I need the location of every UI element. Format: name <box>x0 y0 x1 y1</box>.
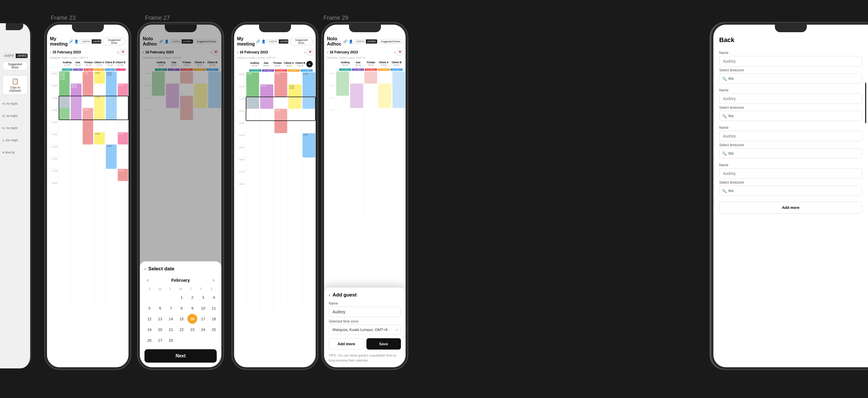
cal-day-1[interactable]: 1 <box>177 293 187 302</box>
guest-4-name-input[interactable] <box>719 168 862 179</box>
cal-day-22[interactable]: 22 <box>177 325 187 334</box>
cal-day-19[interactable]: 19 <box>145 325 154 334</box>
date-picker-title: Select date <box>148 266 174 272</box>
phone4-suggested[interactable]: Suggested times <box>379 39 403 44</box>
cal-day-25[interactable]: 25 <box>209 325 219 334</box>
guest-2-name-label: Name <box>719 88 862 92</box>
phone4-prev-arrow[interactable]: ‹ <box>327 50 329 55</box>
phone3-person-clienta: Client A09:00 <box>283 61 294 67</box>
add-guest-name-label: Name <box>329 301 401 305</box>
cal-day-16-selected[interactable]: 16 <box>187 314 197 324</box>
add-guest-back[interactable]: ‹ <box>329 293 330 298</box>
cal-day-27[interactable]: 27 <box>155 335 165 345</box>
suggested-times-button[interactable]: Suggested times <box>2 61 28 70</box>
phone4-person-tristan: Tristan09:00 <box>365 61 377 66</box>
add-guest-tz-clear[interactable]: × <box>396 328 398 332</box>
phone3-col-clientb: 21:00 19:00 <box>302 72 316 310</box>
cal-month-label: February <box>171 278 190 282</box>
phone4-ampm[interactable]: AM|PM <box>354 39 366 43</box>
phone1-col-clienta: 18:00 14:00 18:00 <box>94 71 105 309</box>
cal-day-8[interactable]: 8 <box>177 303 187 313</box>
phone3-next-arrow[interactable]: › <box>304 50 306 55</box>
phone3-cal-icon[interactable]: 📅 <box>307 49 313 55</box>
phone3-add-guest-btn[interactable]: + <box>306 61 313 67</box>
add-guest-tz-input[interactable] <box>329 325 401 335</box>
calendar-next-button[interactable]: Next <box>145 349 217 363</box>
guest-1-name-input[interactable] <box>719 56 862 66</box>
phone3-suggested[interactable]: Suggested times <box>290 38 313 45</box>
save-button[interactable]: Save <box>366 338 401 349</box>
phone1-cal-icon[interactable]: 📅 <box>120 49 126 55</box>
add-more-button[interactable]: Add more <box>329 338 364 349</box>
cal-day-13[interactable]: 13 <box>155 314 165 324</box>
phone4-next-arrow[interactable]: › <box>394 50 396 55</box>
phone1-prev-arrow[interactable]: ‹ <box>50 50 51 55</box>
guest-3-tz-input[interactable] <box>719 148 862 158</box>
scrollbar[interactable] <box>865 83 866 123</box>
phone1-ampm[interactable]: AM|PM <box>80 39 91 43</box>
add-guest-tz-label: Selected time zone <box>329 319 401 324</box>
phone1-next-arrow[interactable]: › <box>117 50 119 55</box>
guest-2-tz-input[interactable] <box>719 111 862 121</box>
cal-day-4[interactable]: 4 <box>209 293 219 302</box>
cal-day-24[interactable]: 24 <box>198 325 208 334</box>
cal-day-6[interactable]: 6 <box>155 303 165 313</box>
phone4-notch <box>349 25 381 32</box>
right-panel: Back Name Select timezone 🔍 Name Select … <box>711 23 868 369</box>
cal-day-15[interactable]: 15 <box>177 314 187 324</box>
right-panel-add-more-button[interactable]: Add more <box>719 202 862 214</box>
guest-3-name-input[interactable] <box>719 131 862 141</box>
phone1-suggested[interactable]: Suggested times <box>103 38 126 45</box>
phone4-24hrs[interactable]: 24HRS <box>366 39 377 43</box>
cal-day-21[interactable]: 21 <box>166 325 176 334</box>
phone1-person-audrey: Audrey 11:00 <box>62 61 72 66</box>
phone3-date: 16 February 2023 <box>240 50 304 54</box>
cal-day-2[interactable]: 2 <box>187 293 197 302</box>
back-button[interactable]: Back <box>719 36 862 44</box>
date-picker-back[interactable]: ‹ <box>145 266 146 272</box>
phone4: Nolo Adhoc 🔗 👤 AM|PM 24HRS Suggested tim… <box>322 23 408 369</box>
badge-4: TX, GMT-7 <box>105 68 115 71</box>
badge-3: TX, GMT-7 <box>94 68 104 71</box>
24hrs-toggle[interactable]: 24HRS <box>16 54 28 58</box>
copy-to-clipboard-button[interactable]: 📋 Copy to clipboard <box>2 75 28 95</box>
phone4-date: 16 February 2023 <box>330 50 393 54</box>
cal-day-7[interactable]: 7 <box>166 303 176 313</box>
guest-1-tz-input[interactable] <box>719 73 862 84</box>
phone3-col-tristan: 17:00 14:00 <box>274 72 287 310</box>
cal-prev-month[interactable]: ‹ <box>145 276 151 284</box>
cal-day-17[interactable]: 17 <box>198 314 208 324</box>
phone3-notch <box>259 25 291 32</box>
cal-day-20[interactable]: 20 <box>155 325 165 334</box>
cal-day-3[interactable]: 3 <box>198 293 208 302</box>
cal-day-14[interactable]: 14 <box>166 314 176 324</box>
guest-2-name-input[interactable] <box>719 93 862 104</box>
phone3-24hrs[interactable]: 24HRS <box>279 39 289 43</box>
frame23-label: Frame 23 <box>51 14 76 21</box>
phone4-cal-icon[interactable]: 📅 <box>397 49 403 55</box>
cal-day-18[interactable]: 18 <box>209 314 219 324</box>
guest-3-search-icon: 🔍 <box>722 151 727 155</box>
cal-day-11[interactable]: 11 <box>209 303 219 313</box>
phone1-col-clientb1: 19:0020:00 19:00 <box>105 71 117 309</box>
cal-day-26[interactable]: 26 <box>145 335 154 345</box>
phone3-title: My meeting <box>237 36 255 47</box>
cal-day-28[interactable]: 28 <box>166 335 176 345</box>
cal-day-9[interactable]: 9 <box>187 303 197 313</box>
ampm-toggle[interactable]: AM|PM <box>3 54 16 58</box>
cal-day-12[interactable]: 12 <box>145 314 154 324</box>
phone1-timezone: Malaysia, Kuala Lumpur, GMT+8 <box>47 56 128 60</box>
cal-day-10[interactable]: 10 <box>198 303 208 313</box>
phone1-24hrs[interactable]: 24HRS <box>92 39 102 43</box>
phone3-prev-arrow[interactable]: ‹ <box>237 50 239 55</box>
guest-4-tz-input[interactable] <box>719 186 862 196</box>
cal-next-month[interactable]: › <box>210 276 217 284</box>
guest-1-name-label: Name <box>719 51 862 55</box>
cal-day-5[interactable]: 5 <box>145 303 154 313</box>
add-guest-tips: TIPS: You can block guest's unavailable … <box>329 353 401 363</box>
guest-2-search-icon: 🔍 <box>722 114 727 118</box>
phone3-ampm[interactable]: AM|PM <box>267 39 279 43</box>
phone3-person-icon: 👤 <box>261 39 266 43</box>
cal-day-23[interactable]: 23 <box>187 325 197 334</box>
add-guest-name-input[interactable] <box>329 307 401 317</box>
